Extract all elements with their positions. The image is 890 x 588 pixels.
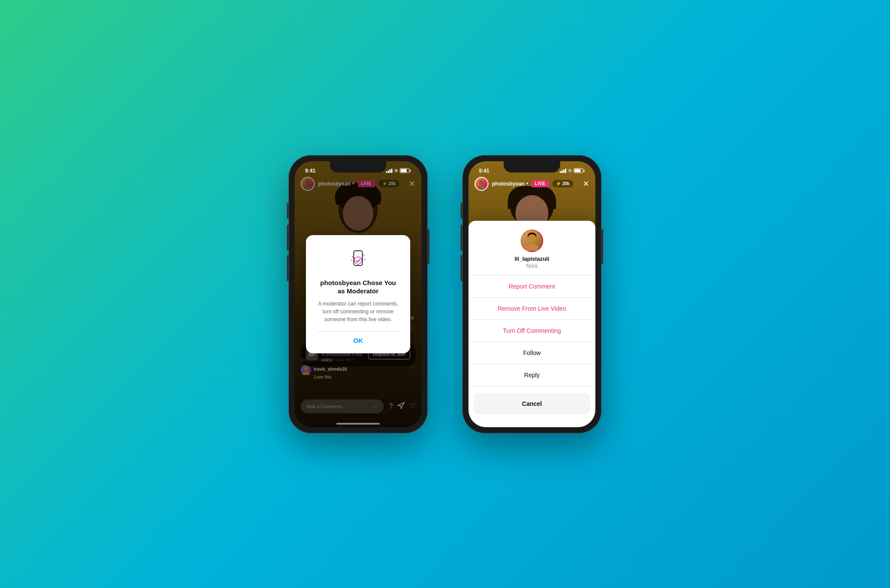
battery-2	[574, 168, 583, 173]
volume-down-button-2	[461, 255, 462, 281]
signal-bars-1	[386, 169, 392, 173]
follow-label: Follow	[523, 349, 541, 356]
svg-point-17	[351, 259, 352, 261]
battery-fill-2	[575, 169, 581, 172]
volume-up-button-2	[461, 225, 462, 251]
status-icons-2: ⊛	[560, 168, 583, 173]
phones-container: 9:41 ⊛	[289, 155, 601, 433]
signal-bar-2-3	[563, 169, 565, 173]
phone-1-screen: 9:41 ⊛	[295, 161, 422, 427]
cancel-label: Cancel	[522, 400, 542, 407]
home-indicator-1	[336, 423, 380, 425]
svg-point-18	[365, 259, 366, 260]
status-time-2: 9:41	[479, 168, 489, 174]
volume-up-button	[287, 225, 289, 251]
status-time-1: 9:41	[305, 168, 315, 174]
reply-action[interactable]: Reply	[468, 364, 595, 386]
notch	[330, 161, 386, 173]
action-sheet: lil_lapislazuli Nora Report Comment Remo…	[468, 221, 595, 427]
action-user-avatar	[521, 229, 543, 252]
power-button-2	[601, 229, 603, 264]
mod-ok-button[interactable]: OK	[353, 337, 363, 344]
status-icons-1: ⊛	[386, 168, 409, 173]
signal-bar-4	[391, 169, 392, 173]
battery-fill-1	[401, 169, 407, 172]
mod-description: A moderator can report comments, turn of…	[316, 300, 400, 323]
reply-label: Reply	[524, 372, 540, 379]
cancel-wrapper: Cancel	[468, 386, 595, 414]
action-sheet-overlay: lil_lapislazuli Nora Report Comment Remo…	[468, 161, 595, 427]
phone-2-screen: 9:41 ⊛	[468, 161, 595, 427]
power-button	[428, 229, 429, 264]
action-sheet-user: lil_lapislazuli Nora	[468, 221, 595, 276]
mute-button	[287, 203, 289, 219]
report-comment-label: Report Comment	[509, 283, 555, 290]
mod-divider	[316, 331, 400, 332]
mod-icon-wrap	[316, 247, 400, 272]
home-indicator-2	[510, 423, 554, 425]
remove-from-live-action[interactable]: Remove From Live Video	[468, 298, 595, 320]
signal-bars-2	[560, 169, 566, 173]
signal-bar-3	[389, 169, 391, 173]
report-comment-action[interactable]: Report Comment	[468, 276, 595, 298]
action-sheet-username: lil_lapislazuli	[515, 256, 549, 262]
wifi-icon-1: ⊛	[394, 168, 398, 173]
svg-point-25	[525, 244, 538, 251]
mod-title: photosbyean Chose You as Moderator	[316, 279, 400, 296]
phone-1: 9:41 ⊛	[289, 155, 428, 433]
turn-off-commenting-label: Turn Off Commenting	[503, 327, 561, 334]
follow-action[interactable]: Follow	[468, 342, 595, 364]
signal-bar-2-2	[561, 170, 563, 173]
notch-2	[504, 161, 560, 173]
action-user-avatar-inner	[522, 231, 542, 251]
cancel-action[interactable]: Cancel	[474, 393, 590, 414]
wifi-icon-2: ⊛	[568, 168, 572, 173]
modal-overlay-1[interactable]: photosbyean Chose You as Moderator A mod…	[295, 161, 422, 427]
battery-1	[400, 168, 409, 173]
signal-bar-2-1	[560, 171, 561, 173]
volume-down-button	[287, 255, 289, 281]
phone-2: 9:41 ⊛	[462, 155, 601, 433]
signal-bar-1	[386, 171, 387, 173]
mute-button-2	[461, 203, 462, 219]
turn-off-commenting-action[interactable]: Turn Off Commenting	[468, 320, 595, 342]
signal-bar-2-4	[565, 169, 566, 173]
moderator-dialog: photosbyean Chose You as Moderator A mod…	[306, 235, 410, 353]
moderator-shield-icon	[346, 247, 370, 272]
signal-bar-2	[388, 170, 389, 173]
action-sheet-realname: Nora	[526, 263, 538, 269]
remove-from-live-label: Remove From Live Video	[498, 305, 566, 312]
